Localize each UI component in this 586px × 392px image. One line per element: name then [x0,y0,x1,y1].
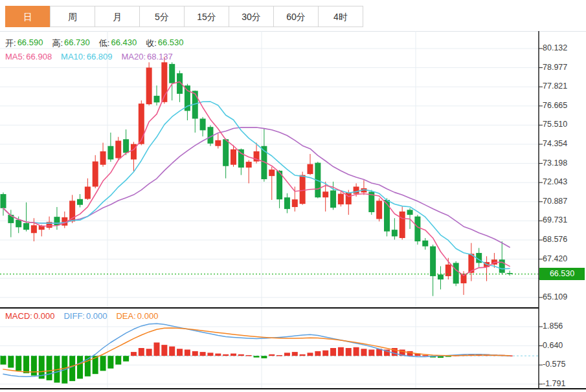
candle-body [430,246,436,276]
candle-body [246,162,252,168]
macd-bar [284,353,290,356]
candle-body [300,175,306,204]
macd-bar [1,356,6,364]
ma-ma10: MA10:66.809 [61,52,112,61]
price-tick-label: 65.109 [543,292,585,301]
candle-body [308,164,313,174]
macd-bar [292,352,298,356]
candle-body [231,149,236,165]
price-tick-label: 73.198 [543,158,585,168]
macd-dea: DEA:0.000 [116,311,158,321]
macd-bar [69,356,75,381]
macd-bar [261,356,267,358]
candle-body [407,210,413,215]
macd-bar [368,349,374,356]
candle-body [400,212,405,238]
candle-body [115,141,121,158]
candle-body [215,140,221,146]
macd-bar [269,354,275,356]
candle-body [146,68,152,105]
macd-bar [322,351,328,356]
candle-body [330,190,336,208]
macd-bar [146,349,152,356]
macd-bar [16,356,21,371]
macd-bar [8,356,14,367]
macd-bar [246,355,252,356]
macd-bar [123,356,129,362]
macd-bar [161,345,167,356]
macd-bar [422,355,428,356]
kline-chart-window: 日周月5分15分30分60分4时 开:66.590高:66.730低:66.43… [0,0,586,392]
macd-bar [330,348,336,356]
candle-body [322,191,328,197]
ohlc-high: 高:66.730 [52,38,89,49]
candle-body [1,194,6,208]
macd-bar [300,354,306,356]
price-tick-label: 72.043 [543,177,585,186]
candle-body [16,220,21,228]
candle-body [200,118,206,130]
macd-diff: DIFF:0.000 [63,311,107,321]
price-tick-label: 76.665 [543,101,585,110]
macd-bar [276,355,282,356]
candle-body [499,259,505,273]
candle-body [438,274,444,279]
macd-bar [315,351,321,356]
macd-bar [107,356,113,368]
macd-macd: MACD:0.000 [5,311,54,321]
ohlc-open: 开:66.590 [5,38,43,49]
macd-bar [177,349,183,356]
macd-bar [185,349,190,356]
candle-body [392,230,398,236]
macd-bar [207,353,213,356]
candle-body [223,139,229,166]
ma10-line [3,102,510,269]
macd-bar [115,356,121,364]
candle-body [414,217,420,241]
candle-body [107,146,113,160]
candle-body [269,169,275,176]
ma-ma5: MA5:66.908 [5,52,52,61]
macd-bar [346,348,352,356]
ohlc-close: 收:66.530 [146,38,183,49]
candle-body [422,241,428,246]
candle-body [154,96,160,102]
candle-body [31,225,37,233]
macd-bar [169,347,175,356]
candle-body [338,194,344,204]
macd-bar [100,356,106,371]
price-tick-label: 68.576 [543,235,585,244]
macd-tick-label: 0.640 [543,341,585,350]
candle-body [284,197,290,209]
macd-bar [231,354,236,356]
macd-bar [131,352,137,356]
candle-body [100,151,106,165]
price-tick-label: 67.420 [543,254,585,263]
macd-bar [31,356,37,375]
price-tick-label: 69.731 [543,215,585,224]
price-tick-label: 77.821 [543,82,585,91]
macd-bar [238,354,244,356]
candle-body [453,263,459,283]
candle-body [354,187,359,194]
macd-bar [154,342,160,356]
macd-bar [308,353,313,356]
price-tick-label: 74.354 [543,139,585,148]
ohlc-low: 低:66.430 [99,38,137,49]
ma-info: MA5:66.908MA10:66.809MA20:68.137 [5,52,173,61]
macd-bar [77,356,83,378]
macd-info: MACD:0.000DIFF:0.000DEA:0.000 [5,311,158,321]
candle-body [93,162,98,187]
macd-tick-label: 1.856 [543,321,585,331]
candle-body [23,223,29,230]
price-tick-label: 75.510 [543,120,585,129]
candle-body [376,201,382,219]
ma-ma20: MA20:68.137 [121,52,172,61]
candle-body [54,217,60,225]
price-tick-label: 78.977 [543,63,585,72]
macd-bar [200,352,206,356]
macd-bar [223,354,229,356]
candle-body [292,199,298,207]
macd-bar [47,356,52,380]
macd-bar [215,354,221,356]
